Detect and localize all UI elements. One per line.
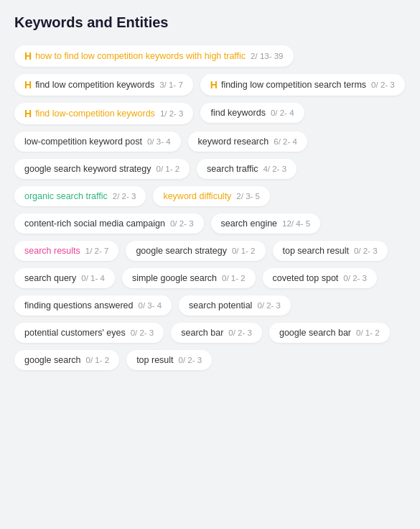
keyword-text: keyword research — [198, 137, 269, 147]
keyword-text: potential customers' eyes — [24, 328, 126, 338]
keyword-text: google search bar — [279, 328, 351, 338]
keyword-text: search results — [24, 246, 80, 256]
keyword-stats: 12/ 4- 5 — [282, 219, 310, 228]
keyword-stats: 0/ 1- 2 — [86, 356, 110, 364]
tag-item[interactable]: Hfind low-competition keywords1/ 2- 3 — [14, 103, 193, 124]
keyword-stats: 0/ 3- 4 — [139, 301, 162, 310]
keyword-stats: 0/ 1- 2 — [232, 247, 256, 255]
keyword-stats: 0/ 1- 2 — [222, 274, 246, 282]
keyword-stats: 0/ 2- 3 — [228, 328, 252, 337]
tags-container: Hhow to find low competition keywords wi… — [14, 45, 406, 370]
keyword-text: top search result — [283, 246, 349, 256]
tag-item[interactable]: keyword research6/ 2- 4 — [188, 132, 307, 152]
keyword-stats: 2/ 3- 5 — [236, 192, 260, 201]
tag-item[interactable]: google search strategy0/ 1- 2 — [126, 241, 265, 261]
tag-item[interactable]: potential customers' eyes0/ 2- 3 — [14, 323, 164, 343]
tag-item[interactable]: organic search traffic2/ 2- 3 — [14, 186, 146, 206]
tag-item[interactable]: search query0/ 1- 4 — [14, 268, 115, 288]
keyword-stats: 0/ 1- 4 — [81, 274, 105, 282]
keyword-stats: 0/ 2- 3 — [179, 356, 202, 364]
keyword-stats: 6/ 2- 4 — [274, 137, 297, 146]
tag-item[interactable]: simple google search0/ 1- 2 — [122, 268, 256, 288]
keyword-stats: 4/ 2- 3 — [263, 165, 286, 173]
tag-item[interactable]: coveted top spot0/ 2- 3 — [263, 268, 377, 288]
tag-item[interactable]: google search keyword strategy0/ 1- 2 — [14, 159, 190, 179]
keyword-text: keyword difficulty — [163, 191, 231, 201]
keyword-text: finding low competition search terms — [221, 80, 366, 90]
tag-item[interactable]: content-rich social media campaign0/ 2- … — [14, 213, 204, 234]
keyword-stats: 0/ 2- 3 — [354, 247, 378, 255]
keyword-stats: 0/ 2- 3 — [371, 80, 395, 89]
tag-item[interactable]: top search result0/ 2- 3 — [273, 241, 388, 261]
keyword-stats: 0/ 1- 2 — [356, 328, 380, 337]
keyword-stats: 0/ 2- 3 — [131, 328, 154, 337]
keyword-stats: 2/ 2- 3 — [113, 192, 136, 201]
tag-item[interactable]: google search bar0/ 1- 2 — [269, 323, 390, 343]
keyword-text: search traffic — [207, 164, 258, 174]
keyword-text: coveted top spot — [273, 273, 339, 283]
tag-item[interactable]: keyword difficulty2/ 3- 5 — [153, 186, 270, 206]
keyword-text: finding questions answered — [24, 300, 134, 310]
tag-item[interactable]: top result0/ 2- 3 — [126, 350, 212, 370]
tag-item[interactable]: search engine12/ 4- 5 — [211, 213, 321, 234]
keyword-stats: 0/ 3- 4 — [147, 137, 171, 146]
keyword-text: google search strategy — [136, 246, 226, 256]
tag-item[interactable]: finding questions answered0/ 3- 4 — [14, 295, 172, 316]
h-badge: H — [210, 79, 218, 91]
tag-item[interactable]: Hfinding low competition search terms0/ … — [200, 74, 405, 96]
tag-item[interactable]: find keywords0/ 2- 4 — [200, 103, 304, 123]
keyword-text: find low-competition keywords — [35, 109, 155, 119]
keyword-text: search bar — [181, 328, 223, 338]
keyword-text: how to find low competition keywords wit… — [35, 51, 246, 61]
keyword-text: google search — [24, 355, 81, 365]
keyword-stats: 3/ 1- 7 — [159, 80, 183, 89]
tag-item[interactable]: search bar0/ 2- 3 — [171, 323, 262, 343]
tag-item[interactable]: low-competition keyword post0/ 3- 4 — [14, 132, 181, 152]
keyword-text: google search keyword strategy — [24, 164, 151, 174]
keyword-text: organic search traffic — [24, 191, 108, 201]
keyword-stats: 2/ 13- 39 — [251, 52, 283, 60]
keyword-text: search query — [24, 273, 76, 283]
keyword-text: search engine — [221, 218, 278, 229]
keyword-text: find keywords — [210, 108, 265, 118]
tag-item[interactable]: search traffic4/ 2- 3 — [197, 159, 297, 179]
tag-item[interactable]: Hfind low competition keywords3/ 1- 7 — [14, 74, 193, 96]
keyword-text: simple google search — [132, 273, 217, 283]
keyword-stats: 0/ 1- 2 — [156, 165, 179, 173]
tag-item[interactable]: google search0/ 1- 2 — [14, 350, 119, 370]
tag-item[interactable]: search results1/ 2- 7 — [14, 241, 118, 261]
keyword-stats: 0/ 2- 3 — [257, 301, 281, 310]
keyword-stats: 0/ 2- 4 — [271, 109, 294, 117]
h-badge: H — [24, 50, 32, 62]
keyword-text: low-competition keyword post — [24, 137, 142, 147]
keyword-text: content-rich social media campaign — [24, 218, 165, 229]
keyword-text: find low competition keywords — [35, 80, 154, 90]
h-badge: H — [24, 108, 32, 119]
keyword-stats: 1/ 2- 7 — [85, 247, 109, 255]
keyword-stats: 0/ 2- 3 — [170, 219, 194, 228]
keyword-stats: 1/ 2- 3 — [160, 109, 184, 118]
keyword-text: top result — [136, 355, 173, 365]
h-badge: H — [24, 79, 32, 91]
tag-item[interactable]: Hhow to find low competition keywords wi… — [14, 45, 294, 67]
page-title: Keywords and Entities — [14, 14, 406, 31]
keyword-text: search potential — [189, 300, 252, 310]
keyword-stats: 0/ 2- 3 — [343, 274, 367, 282]
tag-item[interactable]: search potential0/ 2- 3 — [179, 295, 291, 316]
